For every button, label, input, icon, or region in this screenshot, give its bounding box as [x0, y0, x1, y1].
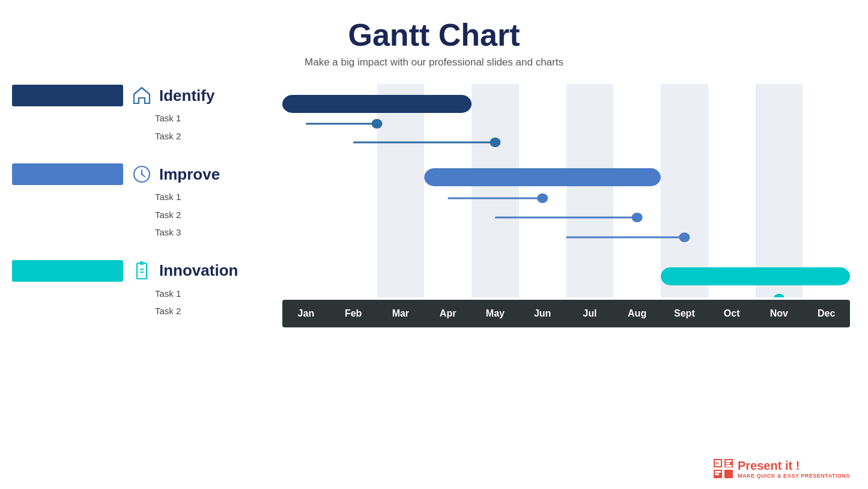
svg-text:P: P — [715, 461, 719, 466]
left-panel: Identify Task 1 Task 2 — [12, 84, 282, 327]
improve-tasks: Task 1 Task 2 Task 3 — [12, 189, 282, 243]
task-item: Task 2 — [155, 303, 282, 319]
category-innovation: Innovation Task 1 Task 2 — [12, 260, 282, 321]
svg-rect-15 — [726, 463, 730, 464]
brand-tagline: MAKE QUICK & EASY PRESENTATIONS — [738, 473, 850, 479]
task-item: Task 2 — [155, 207, 282, 223]
month-dec: Dec — [803, 300, 850, 327]
chart-panel: Jan Feb Mar Apr May Jun Jul Aug Sept Oct… — [282, 84, 850, 327]
innovation-task1-dot — [774, 294, 785, 297]
svg-rect-13 — [715, 473, 719, 475]
page-subtitle: Make a big impact with our professional … — [0, 56, 868, 68]
identify-tasks: Task 1 Task 2 — [12, 111, 282, 146]
task-item: Task 3 — [155, 225, 282, 240]
svg-rect-14 — [726, 460, 732, 462]
month-oct: Oct — [708, 300, 756, 327]
category-identify: Identify Task 1 Task 2 — [12, 84, 282, 146]
svg-rect-16 — [726, 465, 732, 467]
innovation-label: Innovation — [159, 261, 238, 280]
month-may: May — [472, 300, 519, 327]
improve-label: Improve — [159, 165, 220, 184]
chart-area — [282, 84, 850, 297]
improve-task3-dot — [679, 232, 690, 242]
svg-rect-11 — [724, 470, 733, 478]
task-item: Task 2 — [155, 129, 282, 144]
task-item: Task 1 — [155, 189, 282, 205]
svg-rect-4 — [137, 263, 147, 279]
identify-bar — [12, 85, 123, 106]
improve-bar — [12, 163, 123, 185]
improve-task1-dot — [537, 193, 548, 203]
gantt-svg — [282, 84, 850, 297]
month-mar: Mar — [377, 300, 425, 327]
document-icon — [130, 260, 153, 282]
improve-gantt-bar — [424, 168, 661, 186]
innovation-bar — [12, 260, 123, 282]
clock-icon — [130, 163, 153, 186]
month-jul: Jul — [566, 300, 614, 327]
month-sept: Sept — [661, 300, 708, 327]
home-icon — [130, 84, 153, 107]
month-apr: Apr — [424, 300, 472, 327]
month-jan: Jan — [282, 300, 330, 327]
task-item: Task 1 — [155, 111, 282, 126]
innovation-tasks: Task 1 Task 2 — [12, 286, 282, 321]
category-innovation-header: Innovation — [12, 260, 282, 282]
brand-logo-icon: P — [712, 458, 734, 479]
identify-gantt-bar — [282, 95, 472, 113]
identify-label: Identify — [159, 87, 214, 105]
identify-task1-dot — [372, 119, 383, 129]
main-content: Identify Task 1 Task 2 — [0, 84, 868, 327]
category-improve-header: Improve — [12, 163, 282, 186]
category-identify-header: Identify — [12, 84, 282, 107]
month-feb: Feb — [330, 300, 377, 327]
page-container: Gantt Chart Make a big impact with our p… — [0, 0, 868, 327]
brand-watermark: P Present it ! MAKE QUICK & EASY PRESENT… — [712, 458, 850, 479]
task-item: Task 1 — [155, 286, 282, 302]
month-axis: Jan Feb Mar Apr May Jun Jul Aug Sept Oct… — [282, 300, 850, 327]
category-improve: Improve Task 1 Task 2 Task 3 — [12, 163, 282, 243]
svg-rect-12 — [715, 471, 721, 473]
month-jun: Jun — [519, 300, 566, 327]
innovation-gantt-bar — [661, 267, 850, 285]
month-aug: Aug — [613, 300, 661, 327]
page-title: Gantt Chart — [0, 17, 868, 53]
brand-name: Present it ! — [738, 459, 800, 472]
svg-point-3 — [141, 174, 143, 175]
identify-task2-dot — [490, 138, 500, 147]
header: Gantt Chart Make a big impact with our p… — [0, 0, 868, 78]
month-nov: Nov — [756, 300, 803, 327]
brand-text-block: Present it ! MAKE QUICK & EASY PRESENTAT… — [738, 459, 850, 479]
improve-task2-dot — [632, 213, 643, 222]
